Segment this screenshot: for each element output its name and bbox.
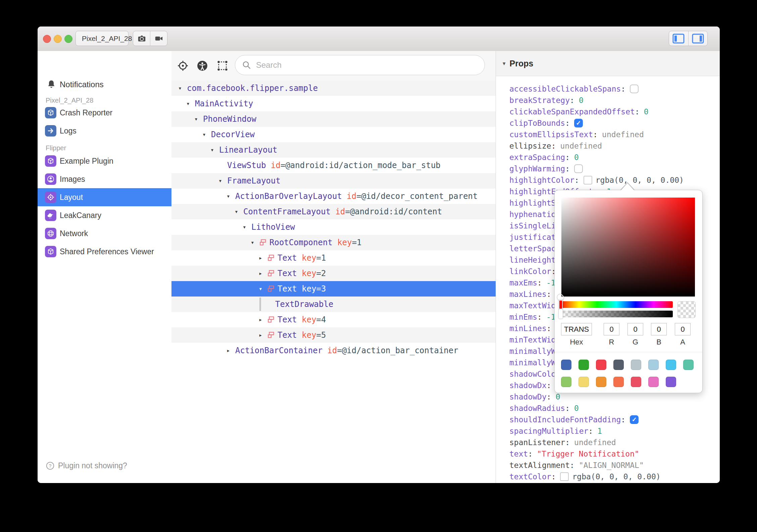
- palette-swatch[interactable]: [561, 360, 571, 370]
- sidebar-item-notifications[interactable]: Notifications: [38, 79, 171, 91]
- sidebar-item-example-plugin[interactable]: Example Plugin: [38, 152, 171, 170]
- palette-swatch[interactable]: [648, 360, 659, 370]
- node-name: ContentFrameLayout: [243, 204, 331, 219]
- litho-component-icon: [267, 254, 275, 262]
- checkbox-unchecked[interactable]: [574, 164, 583, 173]
- chevron-down-icon[interactable]: ▾: [202, 127, 211, 142]
- chevron-down-icon[interactable]: ▾: [235, 204, 243, 219]
- palette-swatch[interactable]: [648, 377, 659, 387]
- prop-value[interactable]: 0: [644, 107, 649, 116]
- hue-slider[interactable]: [560, 301, 673, 308]
- prop-value[interactable]: 0: [574, 404, 579, 413]
- palette-swatch[interactable]: [561, 377, 571, 387]
- plugin-help-link[interactable]: ? Plugin not showing?: [46, 461, 127, 470]
- close-button[interactable]: [43, 35, 51, 43]
- toggle-right-sidebar-button[interactable]: [688, 31, 708, 46]
- tree-row[interactable]: ▾ RootComponent key=1: [171, 235, 496, 250]
- palette-swatch[interactable]: [631, 360, 641, 370]
- prop-value[interactable]: 0: [579, 96, 584, 105]
- palette-swatch[interactable]: [613, 360, 624, 370]
- tree-row[interactable]: ▸ ActionBarContainer id=@id/action_bar_c…: [171, 343, 496, 358]
- props-header[interactable]: ▾ Props: [496, 51, 720, 76]
- red-input[interactable]: [604, 323, 619, 335]
- tree-row[interactable]: TextDrawable: [171, 297, 496, 312]
- palette-swatch[interactable]: [578, 377, 589, 387]
- checkbox-checked[interactable]: [574, 119, 583, 127]
- chevron-down-icon[interactable]: ▾: [186, 96, 195, 111]
- expand-selection-icon[interactable]: [217, 60, 228, 71]
- prop-value[interactable]: 0: [556, 392, 560, 401]
- sidebar-item-logs[interactable]: Logs: [38, 122, 171, 140]
- tree-row[interactable]: ▸ Text key=5: [171, 327, 496, 343]
- accessibility-icon[interactable]: [197, 60, 208, 71]
- tree-row[interactable]: ▸ Text key=1: [171, 250, 496, 266]
- palette-swatch[interactable]: [578, 360, 589, 370]
- tree-row[interactable]: ▸ Text key=4: [171, 312, 496, 327]
- prop-value[interactable]: "Trigger Notification": [537, 449, 639, 458]
- toggle-left-sidebar-button[interactable]: [669, 31, 688, 46]
- tree-row[interactable]: ▾ PhoneWindow: [171, 111, 496, 127]
- prop-row: glyphWarming:: [509, 163, 720, 174]
- sidebar-item-leakcanary[interactable]: LeakCanary: [38, 206, 171, 224]
- chevron-right-icon[interactable]: ▸: [259, 327, 267, 343]
- chevron-right-icon[interactable]: ▸: [259, 312, 267, 327]
- sidebar-item-network[interactable]: Network: [38, 224, 171, 243]
- tree-row[interactable]: ▾ LinearLayout: [171, 142, 496, 158]
- chevron-down-icon[interactable]: ▾: [259, 281, 267, 297]
- chevron-down-icon[interactable]: ▾: [210, 142, 219, 158]
- chevron-right-icon[interactable]: ▸: [259, 266, 267, 281]
- palette-swatch[interactable]: [666, 377, 676, 387]
- sidebar-item-images[interactable]: Images: [38, 170, 171, 188]
- palette-swatch[interactable]: [596, 377, 606, 387]
- sidebar-item-layout[interactable]: Layout: [38, 188, 171, 206]
- alpha-slider-handle[interactable]: [559, 309, 563, 319]
- chevron-down-icon[interactable]: ▾: [218, 173, 227, 189]
- tree-row[interactable]: ▸ Text key=2: [171, 266, 496, 281]
- sidebar-item-crash-reporter[interactable]: Crash Reporter: [38, 104, 171, 122]
- checkbox-checked[interactable]: [630, 415, 639, 424]
- chevron-down-icon[interactable]: ▾: [226, 189, 235, 204]
- chevron-down-icon[interactable]: ▾: [251, 235, 259, 250]
- video-camera-icon: [154, 34, 163, 43]
- alpha-slider[interactable]: [560, 311, 673, 317]
- color-swatch[interactable]: [584, 176, 592, 184]
- palette-swatch[interactable]: [613, 377, 624, 387]
- green-input[interactable]: [627, 323, 643, 335]
- tree-row[interactable]: ▾ MainActivity: [171, 96, 496, 111]
- chevron-down-icon[interactable]: ▾: [243, 219, 251, 235]
- device-selector[interactable]: Pixel_2_API_28: [75, 31, 129, 46]
- chevron-right-icon[interactable]: ▸: [226, 343, 235, 358]
- sidebar-item-shared-preferences[interactable]: Shared Preferences Viewer: [38, 243, 171, 261]
- hue-slider-handle[interactable]: [559, 300, 563, 309]
- prop-value[interactable]: 0: [574, 153, 579, 162]
- screen-record-button[interactable]: [150, 31, 167, 46]
- alpha-input[interactable]: [675, 323, 691, 335]
- hex-input[interactable]: [561, 323, 592, 335]
- palette-swatch[interactable]: [666, 360, 676, 370]
- checkbox-unchecked[interactable]: [630, 85, 639, 93]
- palette-swatch[interactable]: [683, 360, 694, 370]
- transparent-swatch[interactable]: [677, 301, 696, 318]
- tree-row-selected[interactable]: ▾ Text key=3: [171, 281, 496, 297]
- tree-row[interactable]: ▾ LithoView: [171, 219, 496, 235]
- tree-row[interactable]: ▾ FrameLayout: [171, 173, 496, 189]
- minimize-button[interactable]: [54, 35, 62, 43]
- blue-input[interactable]: [651, 323, 667, 335]
- search-input[interactable]: [255, 60, 478, 70]
- tree-row[interactable]: ▾ ContentFrameLayout id=@android:id/cont…: [171, 204, 496, 219]
- prop-value[interactable]: 1: [597, 427, 602, 435]
- chevron-right-icon[interactable]: ▸: [259, 250, 267, 266]
- tree-row[interactable]: ▾ ActionBarOverlayLayout id=@id/decor_co…: [171, 189, 496, 204]
- chevron-down-icon[interactable]: ▾: [178, 81, 187, 96]
- tree-row[interactable]: ViewStub id=@android:id/action_mode_bar_…: [171, 158, 496, 173]
- palette-swatch[interactable]: [596, 360, 606, 370]
- target-select-icon[interactable]: [177, 60, 189, 71]
- tree-row[interactable]: ▾ com.facebook.flipper.sample: [171, 81, 496, 96]
- chevron-down-icon[interactable]: ▾: [194, 111, 203, 127]
- zoom-button[interactable]: [64, 35, 72, 43]
- screenshot-button[interactable]: [133, 31, 150, 46]
- color-swatch[interactable]: [560, 472, 569, 481]
- tree-row[interactable]: ▾ DecorView: [171, 127, 496, 142]
- saturation-value-gradient[interactable]: [561, 198, 695, 297]
- palette-swatch[interactable]: [631, 377, 641, 387]
